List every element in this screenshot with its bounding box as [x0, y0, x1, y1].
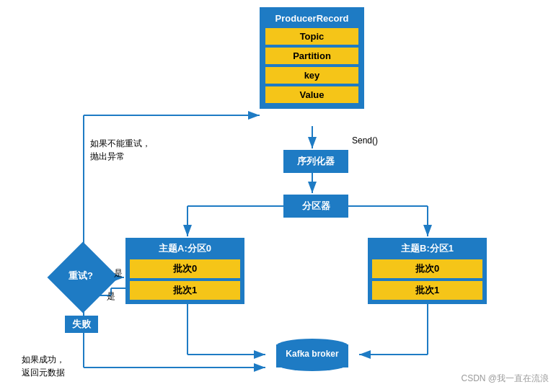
retry-label: 重试? — [59, 270, 102, 282]
field-key: key — [265, 67, 358, 84]
serializer-box: 序列化器 — [283, 150, 348, 173]
topic-a-box: 主题A:分区0 批次0 批次1 — [125, 238, 244, 304]
watermark: CSDN @我一直在流浪 — [461, 373, 549, 385]
success-text: 如果成功，返回元数据 — [22, 353, 65, 379]
partitioner-box: 分区器 — [283, 195, 348, 218]
fail-box: 失败 — [65, 316, 98, 333]
kafka-broker-container: Kafka broker — [265, 339, 359, 371]
topic-a-batch-1: 批次1 — [130, 281, 240, 300]
topic-b-box: 主题B:分区1 批次0 批次1 — [368, 238, 487, 304]
producer-record-title: ProducerRecord — [265, 13, 358, 24]
field-partition: Partition — [265, 48, 358, 64]
topic-b-batch-0: 批次0 — [372, 259, 482, 278]
diagram-container: ProducerRecord Topic Partition key Value… — [0, 0, 556, 392]
topic-a-batch-0: 批次0 — [130, 259, 240, 278]
kafka-cylinder: Kafka broker — [276, 339, 348, 371]
yes-label-1: 是 — [114, 267, 123, 280]
send-label: Send() — [352, 135, 378, 146]
yes-label-2: 是 — [107, 290, 115, 303]
topic-a-title: 主题A:分区0 — [130, 242, 240, 255]
kafka-label: Kafka broker — [276, 349, 348, 359]
topic-b-title: 主题B:分区1 — [372, 242, 482, 255]
topic-b-batch-1: 批次1 — [372, 281, 482, 300]
field-value: Value — [265, 86, 358, 103]
retry-fail-text: 如果不能重试，抛出异常 — [90, 137, 151, 163]
producer-record-box: ProducerRecord Topic Partition key Value — [260, 7, 364, 109]
field-topic: Topic — [265, 28, 358, 45]
